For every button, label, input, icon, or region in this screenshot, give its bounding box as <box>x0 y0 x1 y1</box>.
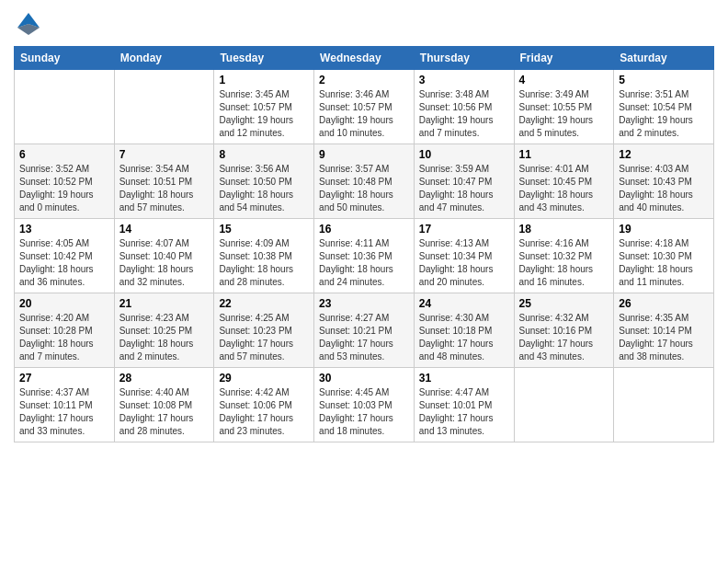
day-info: Sunrise: 4:23 AM Sunset: 10:25 PM Daylig… <box>119 312 210 363</box>
calendar-body: 1Sunrise: 3:45 AM Sunset: 10:57 PM Dayli… <box>15 70 714 442</box>
day-info: Sunrise: 4:16 AM Sunset: 10:32 PM Daylig… <box>519 237 609 289</box>
day-info: Sunrise: 3:54 AM Sunset: 10:51 PM Daylig… <box>119 163 210 214</box>
calendar-cell: 16Sunrise: 4:11 AM Sunset: 10:36 PM Dayl… <box>314 219 415 293</box>
calendar-week-row: 1Sunrise: 3:45 AM Sunset: 10:57 PM Dayli… <box>15 70 714 144</box>
day-info: Sunrise: 4:07 AM Sunset: 10:40 PM Daylig… <box>119 237 210 289</box>
calendar-cell: 18Sunrise: 4:16 AM Sunset: 10:32 PM Dayl… <box>514 219 614 293</box>
day-of-week-header: Tuesday <box>214 47 314 70</box>
day-info: Sunrise: 4:03 AM Sunset: 10:43 PM Daylig… <box>619 163 709 214</box>
calendar-cell: 23Sunrise: 4:27 AM Sunset: 10:21 PM Dayl… <box>314 293 415 368</box>
day-number: 31 <box>419 372 509 385</box>
calendar-week-row: 27Sunrise: 4:37 AM Sunset: 10:11 PM Dayl… <box>15 368 714 442</box>
calendar-cell: 5Sunrise: 3:51 AM Sunset: 10:54 PM Dayli… <box>614 70 714 144</box>
calendar-table: SundayMondayTuesdayWednesdayThursdayFrid… <box>14 46 714 442</box>
day-info: Sunrise: 3:56 AM Sunset: 10:50 PM Daylig… <box>219 163 309 214</box>
day-info: Sunrise: 4:13 AM Sunset: 10:34 PM Daylig… <box>419 237 509 289</box>
day-info: Sunrise: 4:05 AM Sunset: 10:42 PM Daylig… <box>19 237 109 289</box>
calendar-cell: 12Sunrise: 4:03 AM Sunset: 10:43 PM Dayl… <box>614 144 714 219</box>
day-number: 23 <box>319 297 409 310</box>
calendar-cell: 25Sunrise: 4:32 AM Sunset: 10:16 PM Dayl… <box>514 293 614 368</box>
calendar-cell <box>614 368 714 442</box>
day-number: 8 <box>219 148 309 161</box>
day-number: 25 <box>519 297 609 310</box>
day-number: 11 <box>519 148 609 161</box>
calendar-cell: 26Sunrise: 4:35 AM Sunset: 10:14 PM Dayl… <box>614 293 714 368</box>
day-of-week-header: Friday <box>514 47 614 70</box>
day-number: 30 <box>319 372 409 385</box>
day-number: 22 <box>219 297 309 310</box>
day-number: 26 <box>619 297 709 310</box>
day-info: Sunrise: 4:30 AM Sunset: 10:18 PM Daylig… <box>419 312 509 363</box>
day-info: Sunrise: 4:27 AM Sunset: 10:21 PM Daylig… <box>319 312 409 363</box>
calendar-cell: 3Sunrise: 3:48 AM Sunset: 10:56 PM Dayli… <box>414 70 514 144</box>
day-info: Sunrise: 4:45 AM Sunset: 10:03 PM Daylig… <box>319 386 409 438</box>
day-number: 13 <box>19 223 109 236</box>
calendar-cell: 15Sunrise: 4:09 AM Sunset: 10:38 PM Dayl… <box>214 219 314 293</box>
day-number: 5 <box>619 74 709 86</box>
day-number: 18 <box>519 223 609 236</box>
day-info: Sunrise: 3:46 AM Sunset: 10:57 PM Daylig… <box>319 88 409 140</box>
day-info: Sunrise: 3:52 AM Sunset: 10:52 PM Daylig… <box>19 163 109 214</box>
day-number: 24 <box>419 297 509 310</box>
day-info: Sunrise: 4:40 AM Sunset: 10:08 PM Daylig… <box>119 386 210 438</box>
day-info: Sunrise: 3:45 AM Sunset: 10:57 PM Daylig… <box>219 88 309 140</box>
day-info: Sunrise: 4:20 AM Sunset: 10:28 PM Daylig… <box>19 312 109 363</box>
calendar-cell: 17Sunrise: 4:13 AM Sunset: 10:34 PM Dayl… <box>414 219 514 293</box>
day-number: 10 <box>419 148 509 161</box>
calendar-cell: 20Sunrise: 4:20 AM Sunset: 10:28 PM Dayl… <box>15 293 115 368</box>
day-number: 6 <box>19 148 109 161</box>
calendar-cell: 29Sunrise: 4:42 AM Sunset: 10:06 PM Dayl… <box>214 368 314 442</box>
calendar-cell: 8Sunrise: 3:56 AM Sunset: 10:50 PM Dayli… <box>214 144 314 219</box>
page-header <box>14 9 714 39</box>
day-info: Sunrise: 4:18 AM Sunset: 10:30 PM Daylig… <box>619 237 709 289</box>
calendar-header: SundayMondayTuesdayWednesdayThursdayFrid… <box>15 47 714 70</box>
calendar-cell <box>514 368 614 442</box>
calendar-cell: 13Sunrise: 4:05 AM Sunset: 10:42 PM Dayl… <box>15 219 115 293</box>
day-info: Sunrise: 4:37 AM Sunset: 10:11 PM Daylig… <box>19 386 109 438</box>
calendar-cell: 9Sunrise: 3:57 AM Sunset: 10:48 PM Dayli… <box>314 144 415 219</box>
day-number: 17 <box>419 223 509 236</box>
day-number: 7 <box>119 148 210 161</box>
calendar-cell: 6Sunrise: 3:52 AM Sunset: 10:52 PM Dayli… <box>15 144 115 219</box>
day-info: Sunrise: 4:35 AM Sunset: 10:14 PM Daylig… <box>619 312 709 363</box>
calendar-week-row: 20Sunrise: 4:20 AM Sunset: 10:28 PM Dayl… <box>15 293 714 368</box>
calendar-cell: 28Sunrise: 4:40 AM Sunset: 10:08 PM Dayl… <box>114 368 214 442</box>
calendar-cell: 4Sunrise: 3:49 AM Sunset: 10:55 PM Dayli… <box>514 70 614 144</box>
day-info: Sunrise: 4:42 AM Sunset: 10:06 PM Daylig… <box>219 386 309 438</box>
day-number: 16 <box>319 223 409 236</box>
day-number: 4 <box>519 74 609 86</box>
day-number: 3 <box>419 74 509 86</box>
day-number: 27 <box>19 372 109 385</box>
day-number: 9 <box>319 148 409 161</box>
day-info: Sunrise: 4:01 AM Sunset: 10:45 PM Daylig… <box>519 163 609 214</box>
calendar-cell: 14Sunrise: 4:07 AM Sunset: 10:40 PM Dayl… <box>114 219 214 293</box>
day-number: 21 <box>119 297 210 310</box>
day-info: Sunrise: 4:47 AM Sunset: 10:01 PM Daylig… <box>419 386 509 438</box>
day-number: 2 <box>319 74 409 86</box>
logo-icon <box>14 9 43 39</box>
day-number: 19 <box>619 223 709 236</box>
calendar-cell: 30Sunrise: 4:45 AM Sunset: 10:03 PM Dayl… <box>314 368 415 442</box>
day-info: Sunrise: 4:32 AM Sunset: 10:16 PM Daylig… <box>519 312 609 363</box>
calendar-cell <box>114 70 214 144</box>
calendar-cell: 2Sunrise: 3:46 AM Sunset: 10:57 PM Dayli… <box>314 70 415 144</box>
day-info: Sunrise: 3:49 AM Sunset: 10:55 PM Daylig… <box>519 88 609 140</box>
day-info: Sunrise: 4:09 AM Sunset: 10:38 PM Daylig… <box>219 237 309 289</box>
calendar-cell: 19Sunrise: 4:18 AM Sunset: 10:30 PM Dayl… <box>614 219 714 293</box>
day-number: 20 <box>19 297 109 310</box>
calendar-cell: 7Sunrise: 3:54 AM Sunset: 10:51 PM Dayli… <box>114 144 214 219</box>
day-number: 12 <box>619 148 709 161</box>
day-number: 28 <box>119 372 210 385</box>
calendar-cell: 31Sunrise: 4:47 AM Sunset: 10:01 PM Dayl… <box>414 368 514 442</box>
day-number: 14 <box>119 223 210 236</box>
day-of-week-header: Monday <box>114 47 214 70</box>
day-number: 15 <box>219 223 309 236</box>
day-info: Sunrise: 4:25 AM Sunset: 10:23 PM Daylig… <box>219 312 309 363</box>
day-of-week-header: Saturday <box>614 47 714 70</box>
day-of-week-header: Thursday <box>414 47 514 70</box>
day-info: Sunrise: 3:57 AM Sunset: 10:48 PM Daylig… <box>319 163 409 214</box>
calendar-cell: 27Sunrise: 4:37 AM Sunset: 10:11 PM Dayl… <box>15 368 115 442</box>
calendar-cell: 24Sunrise: 4:30 AM Sunset: 10:18 PM Dayl… <box>414 293 514 368</box>
day-info: Sunrise: 3:48 AM Sunset: 10:56 PM Daylig… <box>419 88 509 140</box>
day-of-week-header: Sunday <box>15 47 115 70</box>
